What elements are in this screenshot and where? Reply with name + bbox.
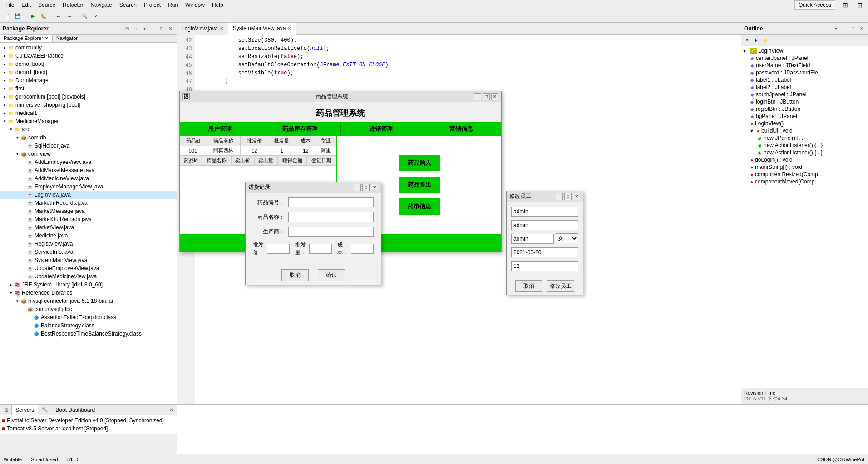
expand-arrow[interactable]: [21, 274, 26, 279]
expand-arrow[interactable]: [21, 159, 26, 165]
tree-item-22[interactable]: ☕MarketView.java: [0, 223, 177, 232]
tree-item-23[interactable]: ☕Medicine.java: [0, 232, 177, 240]
debug-btn[interactable]: 🐛: [39, 11, 49, 21]
expand-buildui[interactable]: ▾: [750, 128, 757, 134]
tree-item-11[interactable]: ▾📦com.db: [0, 133, 177, 142]
expand-arrow[interactable]: ▾: [15, 298, 20, 304]
tree-item-4[interactable]: ▸📁DormManage: [0, 76, 177, 84]
expand-arrow[interactable]: [21, 184, 26, 189]
purchase-minimize[interactable]: —: [354, 184, 361, 191]
expand-arrow[interactable]: [21, 225, 26, 230]
expand-arrow[interactable]: [21, 241, 26, 247]
input-manufacturer[interactable]: [288, 227, 374, 237]
menu-navigate[interactable]: Navigate: [87, 1, 115, 9]
tree-item-5[interactable]: ▸📁first: [0, 84, 177, 93]
maximize-panel-icon[interactable]: □: [158, 25, 165, 32]
expand-arrow[interactable]: ▸: [2, 110, 7, 116]
tree-item-19[interactable]: ☕MarketInRecords.java: [0, 199, 177, 207]
tree-item-16[interactable]: ☕AddMedicineView.java: [0, 174, 177, 183]
emp-input-name[interactable]: [511, 234, 554, 244]
tree-item-24[interactable]: ☕RegistView.java: [0, 240, 177, 248]
server-item-pivotal[interactable]: ■ Pivotal tc Server Developer Edition v4…: [2, 416, 175, 425]
tab-loginview[interactable]: LoginView.java ✕: [177, 23, 228, 35]
outline-new-action2[interactable]: ◉ new ActionListener() {...}: [741, 149, 868, 156]
expand-arrow[interactable]: ▾: [15, 135, 20, 140]
run-btn[interactable]: ▶: [28, 11, 38, 21]
input-drug-code[interactable]: [288, 197, 374, 207]
back-btn[interactable]: ←: [54, 11, 64, 21]
emp-input-number[interactable]: [511, 261, 578, 271]
collapse-all-icon[interactable]: ⊟: [123, 25, 131, 32]
tree-item-0[interactable]: ▸📁community: [0, 44, 177, 52]
expand-arrow[interactable]: ▸: [2, 94, 7, 99]
menu-help[interactable]: Help: [208, 1, 227, 9]
fwd-btn[interactable]: →: [64, 11, 74, 21]
tree-item-9[interactable]: ▾📁MedicineManager: [0, 117, 177, 125]
expand-arrow[interactable]: [21, 192, 26, 197]
outline-maximize-icon[interactable]: □: [849, 25, 857, 32]
emp-input-username[interactable]: [511, 207, 578, 217]
emp-maximize[interactable]: □: [564, 193, 572, 200]
outline-loginview-class[interactable]: ▾ C LoginView: [741, 47, 868, 54]
tab-navigator[interactable]: Navigator: [53, 35, 81, 42]
expand-arrow[interactable]: ▸: [8, 282, 14, 287]
tree-item-3[interactable]: ▸📁demo1 [boot]: [0, 68, 177, 76]
outline-field-centerJpanel[interactable]: ◆ centerJpanel : JPanel: [741, 54, 868, 62]
menu-search[interactable]: Search: [116, 1, 140, 9]
tree-item-12[interactable]: ☕SqlHelper.java: [0, 142, 177, 150]
tree-item-33[interactable]: 🔷AssertionFailedException.class: [0, 313, 177, 321]
menu-edit[interactable]: Edit: [18, 1, 35, 9]
expand-arrow[interactable]: ▸: [2, 69, 7, 75]
tab-systemmainview-close[interactable]: ✕: [287, 26, 291, 31]
bottom-maximize-icon[interactable]: □: [159, 406, 167, 414]
outline-compmoved[interactable]: ● componentMoved(Comp...: [741, 178, 868, 185]
layout-btn[interactable]: ⊟: [853, 0, 866, 10]
tree-item-32[interactable]: 📦com.mysql.jdbc: [0, 305, 177, 313]
tab-systemmainview[interactable]: SystemMainView.java ✕: [228, 23, 296, 35]
tree-item-17[interactable]: ☕EmployeeManagerView.java: [0, 183, 177, 191]
purchase-confirm-btn[interactable]: 确认: [318, 269, 345, 281]
expand-arrow[interactable]: [21, 217, 26, 222]
tree-item-8[interactable]: ▸📁medical1: [0, 109, 177, 117]
tree-item-34[interactable]: 🔷BalanceStrategy.class: [0, 321, 177, 330]
purchase-dialog[interactable]: 进货记录 — □ ✕ 药品编号： 药品名称： 生产商： 批发价：: [245, 182, 381, 285]
employee-dialog[interactable]: 修改员工 — □ ✕ 女 男: [506, 191, 583, 295]
medicine-dialog-minimize[interactable]: —: [474, 93, 481, 100]
perspective-btn[interactable]: ⊞: [839, 0, 852, 10]
expand-arrow[interactable]: ▾: [8, 127, 14, 132]
tree-item-26[interactable]: ☕SystemMainView.java: [0, 256, 177, 264]
expand-arrow[interactable]: ▸: [2, 45, 7, 50]
minimize-panel-icon[interactable]: —: [149, 25, 157, 32]
expand-arrow[interactable]: [27, 323, 33, 328]
tree-item-29[interactable]: ▸📚JRE System Library [jdk1.8.0_60]: [0, 281, 177, 289]
tree-item-35[interactable]: 🔷BestResponseTimeBalanceStrategy.class: [0, 330, 177, 338]
tree-item-30[interactable]: ▾📚Referenced Libraries: [0, 289, 177, 297]
outline-filter-btn[interactable]: ⚡: [761, 36, 769, 44]
medicine-dialog-maximize[interactable]: □: [483, 93, 490, 100]
emp-close[interactable]: ✕: [573, 193, 580, 200]
search-btn[interactable]: 🔍: [79, 11, 89, 21]
link-editor-icon[interactable]: ↔: [132, 25, 139, 32]
tab-loginview-close[interactable]: ✕: [220, 26, 223, 31]
outline-field-southJpanel[interactable]: ◆ southJpanel : JPanel: [741, 91, 868, 98]
expand-arrow[interactable]: [27, 315, 33, 320]
expand-arrow[interactable]: ▸: [2, 61, 7, 67]
expand-arrow[interactable]: [21, 306, 26, 312]
outline-compresized[interactable]: ● componentResized(Comp...: [741, 171, 868, 178]
tree-item-6[interactable]: ▸📁gerocomium [boot] [devtools]: [0, 93, 177, 101]
expand-arrow[interactable]: ▸: [2, 86, 7, 91]
expand-arrow[interactable]: [21, 257, 26, 263]
expand-arrow[interactable]: [27, 331, 33, 336]
outline-hide-fields-btn[interactable]: F: [752, 36, 760, 44]
tab-servers[interactable]: Servers: [11, 405, 38, 415]
tree-item-10[interactable]: ▾📁src: [0, 125, 177, 133]
bottom-minimize-icon[interactable]: —: [151, 406, 158, 414]
tree-item-31[interactable]: ▾📦mysql-connector-java-5.1.18-bin.jar: [0, 297, 177, 305]
expand-arrow[interactable]: [21, 143, 26, 148]
outline-field-registBtn[interactable]: ◆ registBtn : JButton: [741, 105, 868, 113]
new-btn[interactable]: 📄: [2, 11, 12, 21]
menu-source[interactable]: Source: [35, 1, 59, 9]
market-info-btn[interactable]: 药市信息: [399, 198, 440, 215]
expand-arrow[interactable]: [21, 176, 26, 181]
close-panel-icon[interactable]: ✕: [167, 25, 174, 32]
